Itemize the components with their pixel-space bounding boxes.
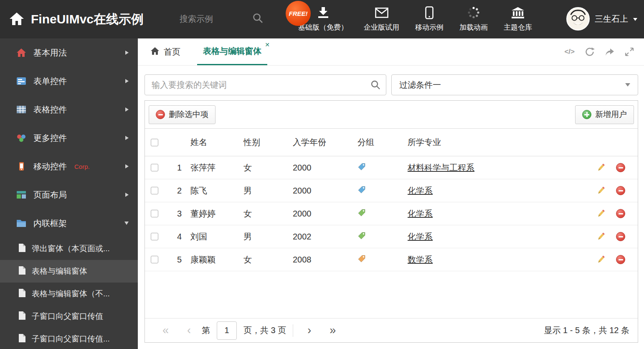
nav-item-label: 移动示例	[415, 23, 444, 32]
table-row: 4刘国男2002化学系	[145, 225, 638, 248]
nav-item-enterprise-trial[interactable]: 企业版试用	[364, 5, 399, 32]
file-icon	[18, 311, 26, 322]
pagination-summary: 显示 1 - 5 条，共 12 条	[544, 325, 630, 336]
nav-item-theme-repo[interactable]: 主题仓库	[504, 5, 532, 32]
chevron-down-icon	[124, 222, 129, 225]
chevron-right-icon	[125, 51, 129, 55]
sidebar-subitem-label: 表格与编辑窗体（不...	[32, 288, 110, 299]
search-input[interactable]	[145, 74, 386, 95]
sidebar-subitem-popup-window[interactable]: 弹出窗体（本页面或...	[0, 237, 138, 260]
tag-icon	[357, 209, 366, 219]
last-page-icon[interactable]: »	[330, 325, 336, 336]
column-major[interactable]: 所学专业	[406, 137, 587, 148]
delete-row-icon[interactable]	[616, 186, 625, 195]
delete-row-icon[interactable]	[616, 255, 625, 264]
edit-icon[interactable]	[596, 163, 606, 173]
sidebar-subitem-grid-edit-window-2[interactable]: 表格与编辑窗体（不...	[0, 283, 138, 305]
row-checkbox[interactable]	[151, 210, 158, 217]
sidebar-item-iframe[interactable]: 内联框架	[0, 209, 138, 237]
edit-icon[interactable]	[596, 255, 606, 265]
tab-home[interactable]: 首页	[150, 38, 180, 65]
chevron-down-icon	[633, 18, 637, 21]
column-gender[interactable]: 性别	[242, 137, 291, 148]
nav-item-mobile-demo[interactable]: 移动示例	[415, 5, 444, 32]
free-badge: FREE!	[286, 1, 311, 26]
header-search[interactable]: 搜索示例	[180, 13, 263, 25]
row-major-link[interactable]: 化学系	[408, 232, 433, 241]
row-index: 3	[172, 209, 187, 219]
envelope-icon	[375, 6, 388, 19]
row-checkbox[interactable]	[151, 256, 158, 263]
app-home-icon[interactable]	[9, 12, 24, 27]
close-icon[interactable]: ✕	[265, 41, 270, 48]
tab-home-label: 首页	[164, 46, 180, 58]
expand-icon[interactable]	[625, 47, 634, 56]
row-name: 刘国	[187, 231, 242, 242]
page-number-input[interactable]	[217, 321, 237, 340]
row-checkbox[interactable]	[151, 187, 158, 194]
file-icon	[18, 334, 26, 345]
chevron-right-icon	[125, 79, 129, 83]
row-gender: 男	[242, 231, 291, 242]
prev-page-icon[interactable]: ‹	[187, 325, 191, 336]
row-major-link[interactable]: 化学系	[408, 209, 433, 218]
house-icon	[16, 48, 27, 57]
column-year[interactable]: 入学年份	[291, 137, 356, 148]
code-icon[interactable]: </>	[564, 48, 575, 56]
tab-grid-edit-window[interactable]: 表格与编辑窗体 ✕	[197, 38, 267, 65]
sidebar-item-more-controls[interactable]: 更多控件	[0, 124, 138, 152]
row-major-link[interactable]: 数学系	[408, 255, 433, 264]
sidebar-subitem-label: 子窗口向父窗口传值...	[32, 334, 110, 344]
delete-selected-label: 删除选中项	[169, 109, 208, 120]
app-header: FineUIMvc在线示例 搜索示例 FREE! 基础版（免费） 企业版试用 移…	[0, 0, 644, 38]
select-all-checkbox[interactable]	[151, 139, 158, 146]
first-page-icon[interactable]: «	[162, 325, 169, 336]
next-page-icon[interactable]: ›	[307, 325, 311, 336]
sidebar-item-label: 移动控件	[33, 161, 67, 172]
delete-selected-button[interactable]: 删除选中项	[149, 105, 216, 124]
user-menu[interactable]: 三生石上	[566, 7, 637, 31]
edit-icon[interactable]	[596, 186, 606, 196]
nav-item-loading-animation[interactable]: 加载动画	[459, 5, 488, 32]
minus-circle-icon	[156, 110, 165, 119]
search-icon[interactable]	[370, 80, 380, 92]
delete-row-icon[interactable]	[616, 232, 625, 241]
edit-icon[interactable]	[596, 209, 606, 219]
sidebar-item-mobile-controls[interactable]: 移动控件 Corp.	[0, 152, 138, 181]
sidebar-item-label: 表格控件	[33, 104, 67, 115]
sidebar-subitem-grid-edit-window[interactable]: 表格与编辑窗体	[0, 260, 138, 283]
chevron-right-icon	[125, 136, 129, 140]
sidebar-item-form-controls[interactable]: 表单控件	[0, 67, 138, 95]
delete-row-icon[interactable]	[616, 209, 625, 218]
pagination-bar: « ‹ 第 页，共 3 页 › » 显示 1 - 5 条，共 12 条	[145, 318, 638, 342]
edit-icon[interactable]	[596, 232, 606, 242]
row-major-link[interactable]: 化学系	[408, 186, 433, 195]
sidebar-item-page-layout[interactable]: 页面布局	[0, 181, 138, 209]
filter-row: 过滤条件一	[145, 74, 638, 95]
delete-row-icon[interactable]	[616, 163, 625, 172]
sidebar-item-grid-controls[interactable]: 表格控件	[0, 95, 138, 124]
grid-toolbar: 删除选中项 新增用户	[145, 101, 638, 128]
row-checkbox[interactable]	[151, 164, 158, 171]
filter-dropdown[interactable]: 过滤条件一	[391, 74, 638, 95]
share-icon[interactable]	[605, 47, 615, 56]
shapes-icon	[16, 133, 27, 143]
add-user-button[interactable]: 新增用户	[575, 105, 634, 124]
avatar[interactable]	[566, 7, 590, 31]
row-gender: 女	[242, 208, 291, 219]
sidebar-subitem-child-to-parent[interactable]: 子窗口向父窗口传值	[0, 305, 138, 328]
grid-panel: 删除选中项 新增用户 姓名 性别 入学年份 分组 所学专业 1张萍萍女2000材…	[145, 100, 638, 343]
row-checkbox[interactable]	[151, 233, 158, 240]
page-label-suffix: 页，共 3 页	[243, 325, 286, 336]
plus-circle-icon	[582, 110, 591, 119]
table-body: 1张萍萍女2000材料科学与工程系2陈飞男2000化学系3董婷婷女2000化学系…	[145, 156, 638, 271]
column-name[interactable]: 姓名	[187, 137, 242, 148]
sidebar-item-basic-usage[interactable]: 基本用法	[0, 38, 138, 67]
row-index: 4	[172, 232, 187, 242]
sidebar-subitem-child-to-parent-2[interactable]: 子窗口向父窗口传值...	[0, 328, 138, 349]
refresh-icon[interactable]	[585, 47, 595, 57]
column-group[interactable]: 分组	[356, 137, 406, 148]
home-icon	[150, 47, 160, 57]
row-major-link[interactable]: 材料科学与工程系	[408, 163, 474, 172]
tab-actions: </>	[564, 38, 634, 65]
